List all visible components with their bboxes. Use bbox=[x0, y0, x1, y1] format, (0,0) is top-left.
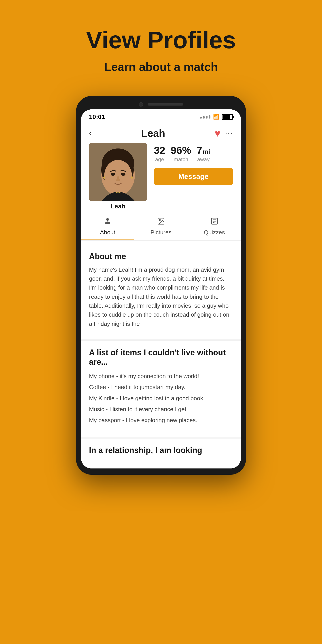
list-item-1: My phone - it's my connection to the wor… bbox=[89, 371, 233, 382]
tabs-section: About Pictures Quizzes bbox=[81, 212, 241, 240]
tab-quizzes-label: Quizzes bbox=[204, 229, 225, 236]
svg-point-13 bbox=[160, 219, 160, 220]
wifi-icon: 📶 bbox=[213, 114, 219, 120]
distance-value: 7 bbox=[196, 145, 202, 156]
image-icon bbox=[157, 217, 165, 227]
front-camera bbox=[139, 102, 143, 107]
status-icons: 📶 bbox=[200, 114, 233, 120]
svg-point-6 bbox=[111, 173, 115, 176]
age-stat: 32 age bbox=[154, 145, 165, 162]
phone-speaker bbox=[148, 103, 183, 106]
svg-point-11 bbox=[106, 218, 109, 221]
profile-photo bbox=[89, 143, 147, 201]
distance-stat: 7 mi away bbox=[196, 145, 210, 162]
list-icon bbox=[210, 217, 218, 227]
more-options-button[interactable]: ··· bbox=[225, 128, 233, 138]
list-section-title: A list of items I couldn't live without … bbox=[89, 348, 233, 367]
tab-pictures[interactable]: Pictures bbox=[134, 212, 188, 240]
about-me-title: About me bbox=[89, 252, 233, 261]
profile-photo-container: Leah bbox=[89, 143, 147, 212]
partial-section-title: In a relationship, I am looking bbox=[89, 446, 233, 455]
profile-avatar-svg bbox=[89, 143, 147, 201]
match-value: 96% bbox=[170, 145, 191, 156]
profile-name-under: Leah bbox=[111, 203, 125, 212]
match-label: match bbox=[170, 156, 191, 162]
profile-section: Leah 32 age 96% match 7 m bbox=[81, 143, 241, 212]
list-section-items: My phone - it's my connection to the wor… bbox=[89, 371, 233, 426]
about-me-card: About me My name's Leah! I'm a proud dog… bbox=[81, 245, 241, 335]
tab-pictures-label: Pictures bbox=[150, 229, 172, 236]
tab-about-label: About bbox=[100, 229, 115, 236]
svg-point-10 bbox=[131, 176, 133, 179]
page-subtitle: Learn about a match bbox=[104, 60, 218, 74]
app-header: ‹ Leah ♥ ··· bbox=[81, 123, 241, 143]
tab-quizzes[interactable]: Quizzes bbox=[188, 212, 241, 240]
page-heading: View Profiles bbox=[86, 27, 236, 54]
list-item-5: My passport - I love exploring new place… bbox=[89, 415, 233, 426]
stats-row: 32 age 96% match 7 mi away bbox=[154, 145, 233, 162]
phone-notch bbox=[81, 102, 241, 107]
signal-icon bbox=[200, 116, 210, 118]
message-button[interactable]: Message bbox=[154, 168, 233, 185]
bottom-spacer bbox=[81, 455, 241, 468]
phone-screen: 10:01 📶 ‹ Leah ♥ ··· bbox=[81, 109, 241, 468]
list-section-card: A list of items I couldn't live without … bbox=[81, 340, 241, 433]
like-button[interactable]: ♥ bbox=[215, 128, 220, 139]
about-me-text: My name's Leah! I'm a proud dog mom, an … bbox=[89, 265, 233, 328]
status-time: 10:01 bbox=[89, 113, 105, 120]
phone-frame: 10:01 📶 ‹ Leah ♥ ··· bbox=[76, 96, 246, 475]
tab-about[interactable]: About bbox=[81, 212, 134, 240]
match-stat: 96% match bbox=[170, 145, 191, 162]
back-button[interactable]: ‹ bbox=[89, 128, 92, 138]
age-label: age bbox=[154, 156, 165, 162]
profile-stats: 32 age 96% match 7 mi away bbox=[154, 143, 233, 212]
battery-icon bbox=[222, 114, 233, 120]
header-profile-name: Leah bbox=[141, 127, 165, 139]
header-actions: ♥ ··· bbox=[215, 128, 233, 139]
list-item-3: My Kindle - I love getting lost in a goo… bbox=[89, 393, 233, 404]
age-value: 32 bbox=[154, 145, 165, 156]
list-item-2: Coffee - I need it to jumpstart my day. bbox=[89, 382, 233, 393]
distance-unit: mi bbox=[203, 148, 210, 156]
distance-label: away bbox=[196, 156, 210, 162]
person-icon bbox=[104, 217, 112, 227]
partial-bottom-card: In a relationship, I am looking bbox=[81, 437, 241, 455]
status-bar: 10:01 📶 bbox=[81, 109, 241, 123]
list-item-4: Music - I listen to it every chance I ge… bbox=[89, 404, 233, 415]
svg-point-9 bbox=[103, 176, 105, 179]
svg-point-7 bbox=[121, 173, 126, 176]
